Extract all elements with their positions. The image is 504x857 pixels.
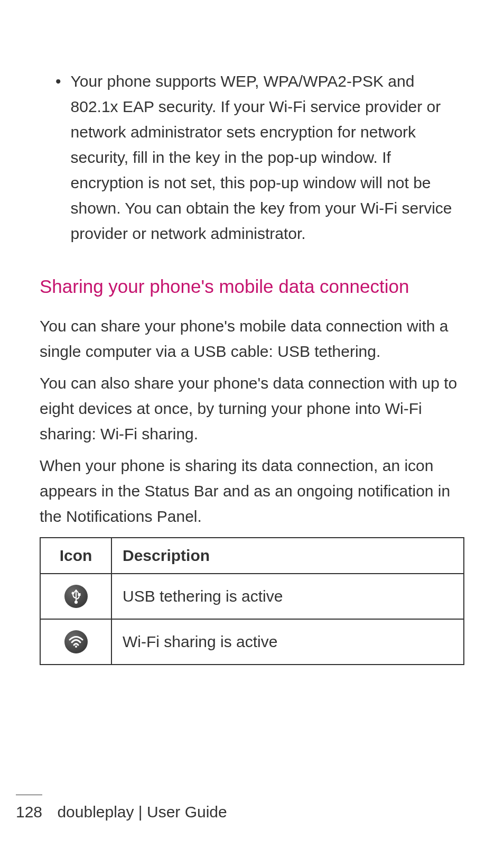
page-content: • Your phone supports WEP, WPA/WPA2-PSK … [0,0,504,665]
table-header-row: Icon Description [40,538,464,574]
table-row: USB tethering is active [40,574,464,619]
paragraph-2: You can also share your phone's data con… [40,371,464,447]
footer-text: 128 doubleplay | User Guide [16,803,504,821]
icon-cell-usb [40,574,111,619]
description-cell: Wi-Fi sharing is active [111,619,464,665]
wifi-icon [64,630,88,653]
footer-title: doubleplay | User Guide [57,803,227,821]
paragraph-1: You can share your phone's mobile data c… [40,314,464,364]
section-heading: Sharing your phone's mobile data connect… [40,273,464,300]
header-description: Description [111,538,464,574]
header-icon: Icon [40,538,111,574]
paragraph-3: When your phone is sharing its data conn… [40,453,464,529]
usb-icon [64,585,88,608]
table-row: Wi-Fi sharing is active [40,619,464,665]
svg-point-3 [74,601,78,604]
page-footer: 128 doubleplay | User Guide [0,795,504,821]
description-cell: USB tethering is active [111,574,464,619]
svg-point-1 [71,592,74,595]
svg-point-4 [75,646,77,648]
icon-cell-wifi [40,619,111,665]
bullet-item: • Your phone supports WEP, WPA/WPA2-PSK … [55,69,464,246]
icon-table: Icon Description [40,537,464,665]
bullet-text: Your phone supports WEP, WPA/WPA2-PSK an… [71,69,464,246]
bullet-symbol: • [55,69,61,246]
footer-line [16,795,42,795]
page-number: 128 [16,803,42,821]
svg-rect-2 [78,593,80,596]
